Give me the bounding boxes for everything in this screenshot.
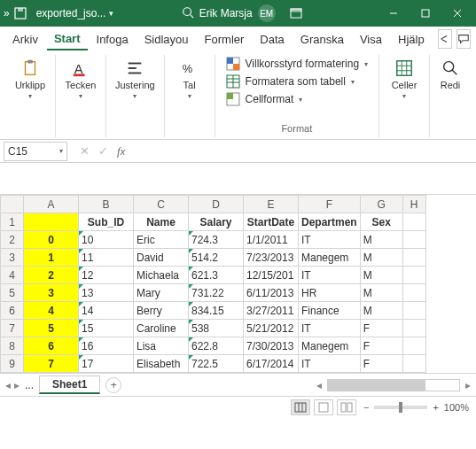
tab-data[interactable]: Data: [253, 29, 291, 50]
row-header[interactable]: 2: [1, 231, 24, 249]
cell[interactable]: Sex: [360, 213, 402, 231]
cell[interactable]: 13: [79, 284, 134, 302]
cell[interactable]: 6/17/2014: [244, 355, 299, 373]
cell[interactable]: [402, 213, 425, 231]
cell[interactable]: 7/23/2013: [244, 249, 299, 267]
cell[interactable]: 3: [24, 284, 79, 302]
col-header[interactable]: D: [189, 196, 244, 213]
cell[interactable]: 2: [24, 267, 79, 284]
cell[interactable]: 6/11/2013: [244, 284, 299, 302]
row-header[interactable]: 4: [1, 267, 24, 284]
sheet-ellipsis[interactable]: ...: [25, 379, 34, 391]
cell[interactable]: [402, 249, 425, 267]
cell[interactable]: 5/21/2012: [244, 320, 299, 337]
tab-arkiv[interactable]: Arkiv: [5, 29, 45, 50]
avatar[interactable]: EM: [258, 4, 276, 22]
search-icon[interactable]: [182, 6, 194, 21]
cell[interactable]: Lisa: [134, 337, 189, 355]
cell[interactable]: [24, 213, 79, 231]
col-header[interactable]: A: [24, 196, 79, 213]
cell[interactable]: 17: [79, 355, 134, 373]
cell[interactable]: M: [360, 231, 402, 249]
cell[interactable]: StartDate: [244, 213, 299, 231]
tab-visa[interactable]: Visa: [353, 29, 389, 50]
format-as-table-button[interactable]: Formatera som tabell▾: [226, 74, 368, 89]
cell[interactable]: M: [360, 284, 402, 302]
cell[interactable]: 621.3: [189, 267, 244, 284]
cell[interactable]: 11: [79, 249, 134, 267]
close-button[interactable]: [442, 0, 472, 27]
add-sheet-button[interactable]: +: [105, 377, 121, 393]
row-header[interactable]: 9: [1, 355, 24, 373]
cell[interactable]: IT: [299, 231, 361, 249]
tab-sidlayout[interactable]: Sidlayou: [137, 29, 196, 50]
maximize-button[interactable]: [410, 0, 441, 27]
cell[interactable]: [402, 267, 425, 284]
ribbon-mode-icon[interactable]: [281, 0, 311, 27]
cell[interactable]: [402, 231, 425, 249]
cell[interactable]: 14: [79, 302, 134, 320]
tab-help[interactable]: Hjälp: [391, 29, 432, 50]
clipboard-button[interactable]: Urklipp▾: [12, 57, 48, 102]
user-name[interactable]: Erik Marsja: [199, 7, 253, 19]
sheet-prev-icon[interactable]: ◂: [5, 379, 11, 391]
cell[interactable]: Manegem: [299, 337, 361, 355]
zoom-level[interactable]: 100%: [444, 402, 469, 413]
normal-view-button[interactable]: [291, 399, 310, 415]
cell[interactable]: 4: [24, 302, 79, 320]
cell[interactable]: M: [360, 267, 402, 284]
page-layout-view-button[interactable]: [314, 399, 333, 415]
number-button[interactable]: % Tal▾: [172, 57, 207, 102]
cell[interactable]: 15: [79, 320, 134, 337]
cell[interactable]: Salary: [189, 213, 244, 231]
row-header[interactable]: 3: [1, 249, 24, 267]
cell[interactable]: F: [360, 337, 402, 355]
name-box[interactable]: C15 ▾: [4, 142, 67, 161]
row-header[interactable]: 7: [1, 320, 24, 337]
cell[interactable]: [402, 284, 425, 302]
alignment-button[interactable]: Justering▾: [113, 57, 157, 102]
hscroll-right-icon[interactable]: ▸: [465, 379, 471, 391]
tab-granska[interactable]: Granska: [293, 29, 351, 50]
tab-infoga[interactable]: Infoga: [90, 29, 136, 50]
col-header[interactable]: C: [134, 196, 189, 213]
fx-icon[interactable]: fx: [117, 144, 125, 159]
cell[interactable]: [402, 320, 425, 337]
cell[interactable]: 12: [79, 267, 134, 284]
cell[interactable]: 731.22: [189, 284, 244, 302]
cell[interactable]: Michaela: [134, 267, 189, 284]
editing-button[interactable]: Redi: [437, 57, 464, 92]
cancel-formula-icon[interactable]: ✕: [80, 144, 90, 158]
sheet-tab[interactable]: Sheet1: [39, 375, 100, 394]
cell[interactable]: M: [360, 302, 402, 320]
conditional-formatting-button[interactable]: Villkorsstyrd formatering▾: [226, 57, 368, 71]
accept-formula-icon[interactable]: ✓: [98, 144, 108, 158]
cell[interactable]: [402, 337, 425, 355]
row-header[interactable]: 5: [1, 284, 24, 302]
spreadsheet-grid[interactable]: A B C D E F G H 1 Sub_ID Name Salary Sta…: [0, 195, 426, 373]
share-button[interactable]: [438, 29, 452, 49]
horizontal-scrollbar[interactable]: [327, 379, 460, 391]
cell[interactable]: Name: [134, 213, 189, 231]
zoom-slider[interactable]: [374, 406, 427, 409]
tab-start[interactable]: Start: [47, 28, 88, 50]
cell[interactable]: 538: [189, 320, 244, 337]
cell[interactable]: 10: [79, 231, 134, 249]
row-header[interactable]: 8: [1, 337, 24, 355]
cell-styles-button[interactable]: Cellformat▾: [226, 92, 368, 106]
col-header[interactable]: E: [244, 196, 299, 213]
cell[interactable]: 6: [24, 337, 79, 355]
cell[interactable]: 5: [24, 320, 79, 337]
cell[interactable]: IT: [299, 355, 361, 373]
cells-button[interactable]: Celler▾: [386, 57, 422, 102]
cell[interactable]: [402, 302, 425, 320]
cell[interactable]: Elisabeth: [134, 355, 189, 373]
col-header[interactable]: G: [360, 196, 402, 213]
cell[interactable]: 7: [24, 355, 79, 373]
col-header[interactable]: B: [79, 196, 134, 213]
cell[interactable]: 3/27/2011: [244, 302, 299, 320]
hscroll-left-icon[interactable]: ◂: [316, 379, 322, 391]
cell[interactable]: 722.5: [189, 355, 244, 373]
tab-formler[interactable]: Formler: [198, 29, 252, 50]
cell[interactable]: IT: [299, 267, 361, 284]
